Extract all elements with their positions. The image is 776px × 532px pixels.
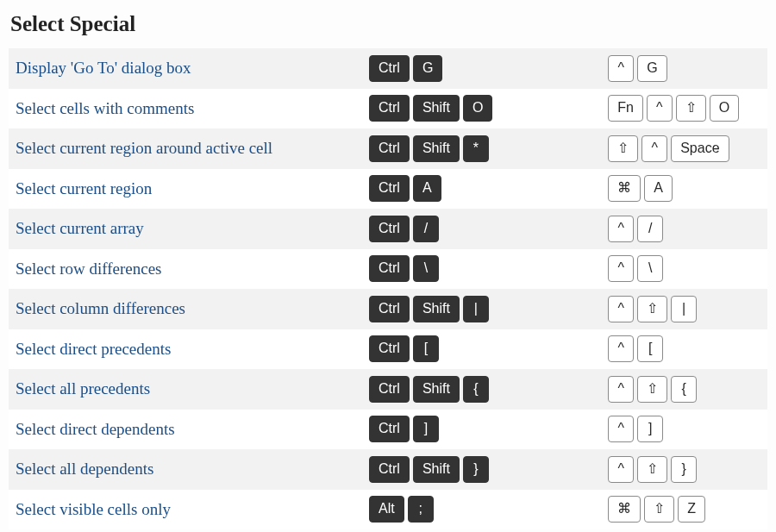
- key-mac: ⇧: [676, 95, 706, 122]
- spacer: [529, 128, 608, 169]
- mac-shortcut: ⌘⇧Z: [608, 490, 767, 530]
- windows-shortcut: CtrlG: [369, 48, 529, 89]
- key-mac: ]: [637, 416, 663, 442]
- key-mac: [: [637, 335, 663, 362]
- key-win: Shift: [413, 135, 460, 162]
- key-mac: {: [671, 376, 697, 403]
- key-win: Ctrl: [369, 255, 410, 282]
- mac-shortcut: ^[: [608, 329, 767, 370]
- key-mac: ^: [608, 296, 634, 322]
- key-win: Alt: [369, 496, 404, 523]
- key-win: |: [463, 296, 489, 322]
- key-mac: ^: [608, 255, 634, 282]
- key-win: Ctrl: [369, 456, 410, 483]
- key-win: Ctrl: [369, 416, 410, 442]
- shortcut-link[interactable]: Select visible cells only: [16, 500, 171, 518]
- spacer: [529, 329, 608, 370]
- spacer: [529, 209, 608, 249]
- key-mac: |: [671, 296, 697, 322]
- key-mac: ⌘: [608, 496, 641, 523]
- section-title: Select Special: [10, 12, 767, 36]
- key-win: Ctrl: [369, 175, 410, 202]
- mac-shortcut: Fn^⇧O: [608, 89, 767, 129]
- key-mac: G: [637, 55, 666, 82]
- shortcut-row: Select row differencesCtrl\^\: [9, 249, 767, 290]
- mac-shortcut: ^]: [608, 410, 767, 450]
- key-mac: Fn: [608, 95, 643, 122]
- shortcut-link[interactable]: Select current region: [16, 179, 152, 197]
- key-win: A: [413, 175, 441, 202]
- key-win: Shift: [413, 376, 460, 403]
- spacer: [529, 369, 608, 410]
- shortcut-link[interactable]: Select column differences: [16, 299, 185, 317]
- spacer: [529, 169, 608, 210]
- mac-shortcut: ⇧^Space: [608, 128, 767, 169]
- key-mac: ^: [641, 135, 667, 162]
- key-mac: ⇧: [637, 296, 667, 322]
- mac-shortcut: ^\: [608, 249, 767, 290]
- shortcut-row: Select current regionCtrlA⌘A: [9, 169, 767, 210]
- spacer: [529, 289, 608, 329]
- key-mac: Z: [678, 496, 705, 523]
- mac-shortcut: ^⇧|: [608, 289, 767, 329]
- spacer: [529, 410, 608, 450]
- key-win: G: [413, 55, 442, 82]
- mac-shortcut: ^⇧{: [608, 369, 767, 410]
- shortcut-row: Select cells with commentsCtrlShiftOFn^⇧…: [9, 89, 767, 129]
- key-mac: ^: [608, 376, 634, 403]
- spacer: [529, 490, 608, 530]
- shortcut-link[interactable]: Select all dependents: [16, 460, 153, 478]
- windows-shortcut: CtrlShift}: [369, 449, 529, 490]
- key-mac: ⇧: [644, 496, 674, 523]
- shortcut-link[interactable]: Select current region around active cell: [16, 139, 272, 157]
- windows-shortcut: CtrlShift*: [369, 128, 529, 169]
- shortcut-link[interactable]: Select direct dependents: [16, 420, 175, 438]
- shortcut-link[interactable]: Select direct precedents: [16, 340, 171, 358]
- key-win: [: [413, 335, 439, 362]
- key-mac: }: [671, 456, 697, 483]
- windows-shortcut: Ctrl\: [369, 249, 529, 290]
- spacer: [529, 89, 608, 129]
- key-win: /: [413, 216, 439, 242]
- shortcut-row: Select direct dependentsCtrl]^]: [9, 410, 767, 450]
- shortcut-row: Select current region around active cell…: [9, 128, 767, 169]
- windows-shortcut: Ctrl[: [369, 329, 529, 370]
- key-win: {: [463, 376, 489, 403]
- spacer: [529, 449, 608, 490]
- shortcut-link[interactable]: Select cells with comments: [16, 99, 194, 117]
- key-win: Ctrl: [369, 55, 410, 82]
- spacer: [529, 249, 608, 290]
- key-mac: ^: [608, 55, 634, 82]
- windows-shortcut: CtrlA: [369, 169, 529, 210]
- mac-shortcut: ^⇧}: [608, 449, 767, 490]
- shortcut-row: Select column differencesCtrlShift|^⇧|: [9, 289, 767, 329]
- shortcut-row: Display 'Go To' dialog boxCtrlG^G: [9, 48, 767, 89]
- shortcut-link[interactable]: Select current array: [16, 219, 144, 237]
- key-mac: ^: [647, 95, 673, 122]
- key-win: Shift: [413, 95, 460, 122]
- shortcut-link[interactable]: Display 'Go To' dialog box: [16, 59, 191, 77]
- key-win: Shift: [413, 296, 460, 322]
- key-mac: A: [644, 175, 673, 202]
- windows-shortcut: Ctrl]: [369, 410, 529, 450]
- key-mac: ^: [608, 335, 634, 362]
- key-win: Ctrl: [369, 216, 410, 242]
- windows-shortcut: CtrlShift{: [369, 369, 529, 410]
- mac-shortcut: ⌘A: [608, 169, 767, 210]
- key-mac: \: [637, 255, 663, 282]
- windows-shortcut: Alt;: [369, 490, 529, 530]
- shortcut-row: Select direct precedentsCtrl[^[: [9, 329, 767, 370]
- key-win: Ctrl: [369, 376, 410, 403]
- shortcut-link[interactable]: Select all precedents: [16, 379, 150, 397]
- key-mac: ^: [608, 216, 634, 242]
- key-mac: ^: [608, 456, 634, 483]
- mac-shortcut: ^G: [608, 48, 767, 89]
- key-mac: /: [637, 216, 663, 242]
- shortcut-link[interactable]: Select row differences: [16, 260, 162, 278]
- windows-shortcut: Ctrl/: [369, 209, 529, 249]
- mac-shortcut: ^/: [608, 209, 767, 249]
- key-win: ]: [413, 416, 439, 442]
- windows-shortcut: CtrlShiftO: [369, 89, 529, 129]
- key-win: ;: [408, 496, 434, 523]
- key-win: Shift: [413, 456, 460, 483]
